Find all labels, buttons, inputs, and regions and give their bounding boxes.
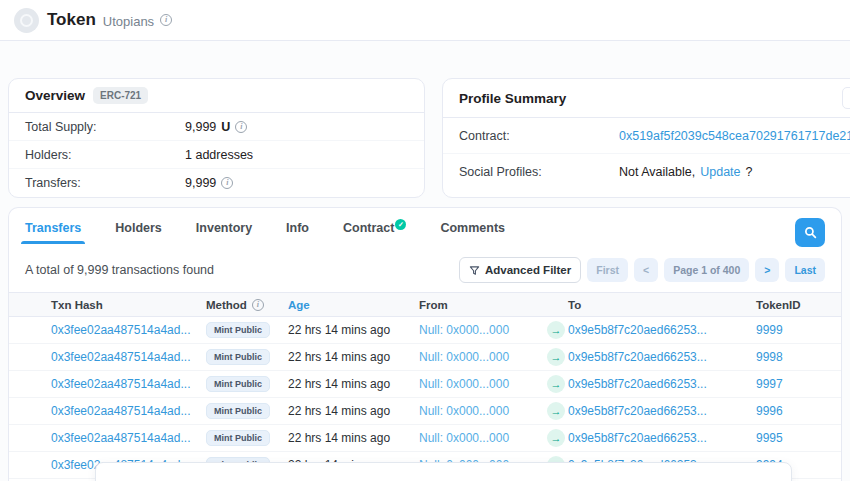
method-badge: Mint Public: [206, 349, 270, 365]
age-cell: 22 hrs 14 mins ago: [288, 377, 419, 391]
table-row: 0x3fee02aa487514a4ad... Mint Public 22 h…: [9, 344, 841, 371]
table-row: 0x3fee02aa487514a4ad... Mint Public 22 h…: [9, 398, 841, 425]
contract-verified-icon: ✓: [395, 219, 406, 230]
table-header-row: Txn Hash Methodi Age From To TokenID: [9, 292, 841, 317]
token-id-link[interactable]: 9999: [756, 323, 825, 337]
token-id-link[interactable]: 9998: [756, 350, 825, 364]
pagination-last-button[interactable]: Last: [785, 258, 825, 282]
total-supply-unit: U: [221, 120, 230, 134]
table-toolbar: A total of 9,999 transactions found Adva…: [9, 247, 841, 292]
transfers-label: Transfers:: [25, 176, 185, 190]
table-row: 0x3fee02aa487514a4ad... Mint Public 22 h…: [9, 425, 841, 452]
token-id-link[interactable]: 9995: [756, 431, 825, 445]
from-address-link[interactable]: Null: 0x000...000: [419, 377, 547, 391]
col-from: From: [419, 299, 547, 311]
chevron-left-icon: <: [643, 264, 649, 276]
table-body: 0x3fee02aa487514a4ad... Mint Public 22 h…: [9, 317, 841, 479]
from-address-link[interactable]: Null: 0x000...000: [419, 350, 547, 364]
popover: [95, 462, 792, 481]
transfer-arrow-icon: →: [547, 348, 565, 366]
from-address-link[interactable]: Null: 0x000...000: [419, 323, 547, 337]
tab-info[interactable]: Info: [286, 221, 309, 244]
holders-value: 1 addresses: [185, 148, 253, 162]
profile-summary-card: Profile Summary ⋮ Contract: 0x519af5f203…: [442, 78, 850, 198]
table-row: 0x3fee02aa487514a4ad... Mint Public 22 h…: [9, 317, 841, 344]
age-cell: 22 hrs 14 mins ago: [288, 323, 419, 337]
pagination-next-button[interactable]: >: [755, 258, 779, 282]
transfer-arrow-icon: →: [547, 321, 565, 339]
txn-hash-link[interactable]: 0x3fee02aa487514a4ad...: [51, 431, 206, 445]
tab-bar: Transfers Holders Inventory Info Contrac…: [9, 208, 841, 247]
table-row: 0x3fee02aa487514a4ad... Mint Public 22 h…: [9, 371, 841, 398]
search-button[interactable]: [795, 218, 825, 247]
social-profiles-label: Social Profiles:: [459, 165, 619, 179]
transfers-card: Transfers Holders Inventory Info Contrac…: [8, 207, 842, 481]
transfer-arrow-icon: →: [547, 375, 565, 393]
social-help-icon[interactable]: ?: [746, 165, 753, 179]
token-credit-button[interactable]: [842, 87, 850, 109]
to-address-link[interactable]: 0x9e5b8f7c20aed66253...: [568, 350, 756, 364]
token-avatar: [14, 8, 39, 33]
pagination-first-button[interactable]: First: [587, 258, 628, 282]
tab-inventory[interactable]: Inventory: [196, 221, 252, 244]
to-address-link[interactable]: 0x9e5b8f7c20aed66253...: [568, 431, 756, 445]
tab-holders[interactable]: Holders: [115, 221, 162, 244]
txn-hash-link[interactable]: 0x3fee02aa487514a4ad...: [51, 350, 206, 364]
transfers-info-icon[interactable]: i: [221, 177, 233, 189]
token-id-link[interactable]: 9997: [756, 377, 825, 391]
tab-comments[interactable]: Comments: [440, 221, 505, 244]
txn-hash-link[interactable]: 0x3fee02aa487514a4ad...: [51, 377, 206, 391]
col-to: To: [568, 299, 756, 311]
txn-hash-link[interactable]: 0x3fee02aa487514a4ad...: [51, 323, 206, 337]
to-address-link[interactable]: 0x9e5b8f7c20aed66253...: [568, 377, 756, 391]
profile-summary-title: Profile Summary: [459, 91, 566, 106]
search-icon: [804, 226, 817, 239]
summary-cards: Overview ERC-721 Total Supply: 9,999 U i…: [0, 78, 850, 198]
advanced-filter-button[interactable]: Advanced Filter: [459, 257, 581, 283]
col-txn-hash: Txn Hash: [51, 299, 206, 311]
col-age-toggle[interactable]: Age: [288, 299, 419, 311]
token-id-link[interactable]: 9996: [756, 404, 825, 418]
age-cell: 22 hrs 14 mins ago: [288, 431, 419, 445]
pagination-page-indicator: Page 1 of 400: [664, 258, 749, 282]
tab-transfers[interactable]: Transfers: [25, 221, 81, 244]
transactions-summary: A total of 9,999 transactions found: [25, 263, 214, 277]
token-standard-badge: ERC-721: [93, 87, 148, 104]
page-title: Token: [47, 10, 96, 30]
page-header: Token Utopians i: [0, 0, 850, 41]
supply-info-icon[interactable]: i: [235, 121, 247, 133]
transfers-value: 9,999: [185, 176, 216, 190]
to-address-link[interactable]: 0x9e5b8f7c20aed66253...: [568, 404, 756, 418]
social-update-link[interactable]: Update: [700, 165, 740, 179]
holders-label: Holders:: [25, 148, 185, 162]
method-badge: Mint Public: [206, 322, 270, 338]
col-method: Method: [206, 299, 247, 311]
from-address-link[interactable]: Null: 0x000...000: [419, 431, 547, 445]
to-address-link[interactable]: 0x9e5b8f7c20aed66253...: [568, 323, 756, 337]
tab-contract[interactable]: Contract✓: [343, 221, 406, 245]
chevron-right-icon: >: [764, 264, 770, 276]
token-logo-icon: [20, 14, 33, 27]
pagination-prev-button[interactable]: <: [634, 258, 658, 282]
col-token-id: TokenID: [756, 299, 825, 311]
method-badge: Mint Public: [206, 430, 270, 446]
contract-address-link[interactable]: 0x519af5f2039c548cea70291761717de21ac8b1…: [619, 129, 850, 143]
token-name: Utopians: [103, 12, 154, 29]
funnel-icon: [469, 265, 480, 276]
age-cell: 22 hrs 14 mins ago: [288, 350, 419, 364]
txn-hash-link[interactable]: 0x3fee02aa487514a4ad...: [51, 404, 206, 418]
transfer-arrow-icon: →: [547, 402, 565, 420]
social-not-available: Not Available,: [619, 165, 695, 179]
contract-label: Contract:: [459, 129, 619, 143]
method-badge: Mint Public: [206, 403, 270, 419]
transfer-arrow-icon: →: [547, 429, 565, 447]
overview-title: Overview: [25, 88, 85, 103]
token-info-icon[interactable]: i: [160, 14, 172, 26]
method-info-icon[interactable]: i: [252, 299, 264, 311]
method-badge: Mint Public: [206, 376, 270, 392]
overview-card: Overview ERC-721 Total Supply: 9,999 U i…: [8, 78, 425, 198]
total-supply-value: 9,999: [185, 120, 216, 134]
from-address-link[interactable]: Null: 0x000...000: [419, 404, 547, 418]
total-supply-label: Total Supply:: [25, 120, 185, 134]
age-cell: 22 hrs 14 mins ago: [288, 404, 419, 418]
